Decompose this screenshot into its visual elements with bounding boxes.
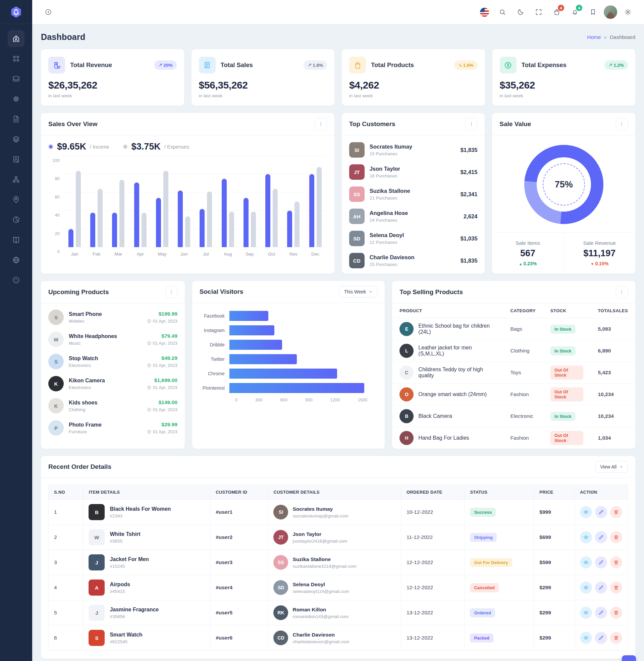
breadcrumb-home-link[interactable]: Home <box>587 34 601 40</box>
order-serial: 5 <box>49 600 83 625</box>
legend-income: $9.65K / Income <box>48 142 109 152</box>
bar-group: Apr <box>134 156 146 247</box>
scroll-to-top-button[interactable] <box>622 655 636 661</box>
view-button[interactable] <box>580 531 592 543</box>
customer-name: Suzika Stallone <box>370 188 410 194</box>
edit-button[interactable] <box>595 632 607 644</box>
card-menu-button[interactable] <box>315 118 327 130</box>
product-category: Furniture <box>69 429 101 434</box>
customer-id-link[interactable]: #user2 <box>210 525 268 550</box>
bar-group: Feb <box>90 156 102 247</box>
product-name: White Headphones <box>69 333 117 339</box>
sidebar-item-apps[interactable] <box>8 50 24 67</box>
language-button[interactable] <box>477 5 492 20</box>
customer-avatar: JT <box>273 530 288 545</box>
customer-email: selenadeoyl114@gmail.com <box>293 589 349 594</box>
sidebar-item-charts[interactable] <box>8 211 24 228</box>
product-price: $29.99 <box>147 422 178 428</box>
delete-button[interactable] <box>610 531 622 543</box>
card-menu-button[interactable] <box>165 286 178 298</box>
sale-revenue-value: $11,197 <box>567 248 632 259</box>
edit-button[interactable] <box>595 557 607 568</box>
product-thumbnail: O <box>399 387 414 401</box>
view-button[interactable] <box>580 557 592 568</box>
notifications-button[interactable]: 4 <box>568 5 582 20</box>
customer-id-link[interactable]: #user5 <box>210 600 268 625</box>
sidebar-item-invoice[interactable] <box>8 151 24 168</box>
delete-button[interactable] <box>610 607 622 619</box>
delete-button[interactable] <box>610 506 622 518</box>
customer-id-link[interactable]: #user6 <box>210 625 268 651</box>
customer-purchases: 24 Purchases <box>370 218 408 223</box>
y-axis-tick: 100 <box>48 158 60 163</box>
alert-circle-icon <box>12 276 20 284</box>
view-button[interactable] <box>580 607 592 619</box>
card-menu-button[interactable] <box>616 286 628 298</box>
dark-mode-button[interactable] <box>513 5 528 20</box>
table-row: B Black Camera Electronic In Stock 10,23… <box>392 405 635 427</box>
customer-id-link[interactable]: #user3 <box>210 550 268 575</box>
order-price: $999 <box>534 500 575 525</box>
customer-id-link[interactable]: #user1 <box>210 500 268 525</box>
view-button[interactable] <box>580 506 592 518</box>
delete-button[interactable] <box>610 557 622 568</box>
bookmark-icon <box>589 8 597 16</box>
sidebar-item-docs[interactable] <box>8 231 24 248</box>
customer-purchases: 18 Purchases <box>370 173 400 179</box>
edit-button[interactable] <box>595 531 607 543</box>
app-logo[interactable] <box>0 0 32 24</box>
edit-button[interactable] <box>595 582 607 594</box>
view-button[interactable] <box>580 582 592 594</box>
customer-name: Charlie Davieson <box>370 254 415 261</box>
column-header: CUSTOMER ID <box>210 485 268 500</box>
search-button[interactable] <box>495 5 510 20</box>
x-axis-tick: 0 <box>235 397 237 402</box>
column-header: CATEGORY <box>503 304 543 318</box>
column-header: PRICE <box>534 485 575 500</box>
sidebar-item-maps[interactable] <box>8 191 24 208</box>
cart-button[interactable]: 4 <box>549 5 564 20</box>
x-axis-label: Dec <box>311 252 319 257</box>
bookmark-button[interactable] <box>585 5 600 20</box>
view-all-dropdown[interactable]: View All <box>595 461 628 473</box>
sidebar-item-home[interactable] <box>8 30 24 47</box>
x-axis-label: Sep <box>246 252 254 257</box>
edit-button[interactable] <box>595 607 607 619</box>
sales-bar-chart: 020406080100JanFebMarAprMayJunJulAugSepO… <box>48 156 327 261</box>
sidebar-item-layers[interactable] <box>8 131 24 147</box>
donut-percent-label: 75% <box>524 145 603 224</box>
delete-button[interactable] <box>610 582 622 594</box>
card-menu-button[interactable] <box>616 118 628 130</box>
week-range-dropdown[interactable]: This Week <box>339 286 377 298</box>
settings-button[interactable] <box>621 5 635 20</box>
y-axis-tick: 20 <box>48 231 60 236</box>
main-area: 4 4 Dashboard Home » <box>32 0 644 661</box>
sidebar-item-i18n[interactable] <box>8 252 24 268</box>
sidebar-item-errors[interactable] <box>8 272 24 288</box>
customer-id-link[interactable]: #user4 <box>210 575 268 600</box>
x-axis-label: Oct <box>268 252 275 257</box>
stat-card: Total Products ↘ 1.8% $4,262 in last wee… <box>342 49 485 105</box>
sidebar-item-cpu[interactable] <box>8 91 24 107</box>
item-thumbnail: J <box>89 605 105 621</box>
stat-value: $35,262 <box>500 79 628 91</box>
view-button[interactable] <box>580 632 592 644</box>
card-menu-button[interactable] <box>465 118 477 130</box>
income-bar <box>68 229 73 247</box>
edit-button[interactable] <box>595 506 607 518</box>
sidebar-toggle-button[interactable] <box>41 5 56 20</box>
column-header: STATUS <box>464 485 534 500</box>
social-label: Pininterest <box>198 385 229 391</box>
sidebar-item-inbox[interactable] <box>8 70 24 87</box>
fullscreen-button[interactable] <box>531 5 546 20</box>
sidebar-item-pages[interactable] <box>8 111 24 127</box>
stock-badge: In Stock <box>550 412 576 421</box>
upcoming-products-list: S Smart Phone Mobiles $199.99 01 Apr, 20… <box>41 304 185 441</box>
product-price: $49.29 <box>147 355 178 361</box>
sidebar-item-tree[interactable] <box>8 171 24 188</box>
user-avatar[interactable] <box>604 5 617 19</box>
customer-avatar: JT <box>349 164 365 180</box>
table-row: 3 J Jacket For Men #15245 #user3 SS Suzi… <box>49 550 628 575</box>
delete-button[interactable] <box>610 632 622 644</box>
x-axis-label: Nov <box>290 252 298 257</box>
